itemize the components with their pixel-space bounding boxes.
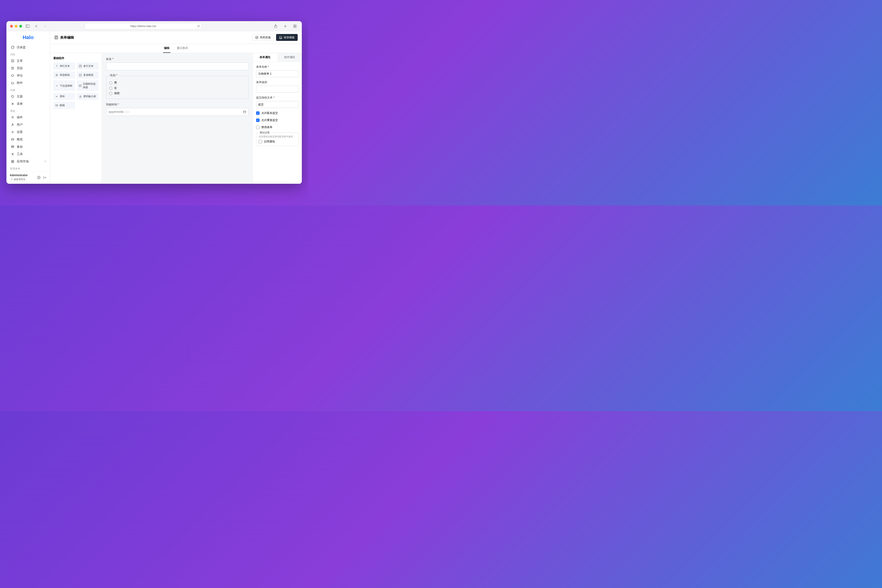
- svg-rect-24: [12, 117, 14, 118]
- page-actions: 关闭页面 保存模板: [252, 34, 298, 41]
- refresh-icon[interactable]: [197, 25, 200, 28]
- nav-label: 用户: [17, 123, 23, 127]
- logout-icon[interactable]: [43, 176, 46, 179]
- prop-label: 表单名称 *: [256, 65, 298, 69]
- radio-option-secret[interactable]: 保密: [109, 91, 246, 96]
- component-password[interactable]: 密码输入框: [77, 93, 99, 100]
- sidebar-item-overview[interactable]: 概览: [6, 136, 50, 143]
- svg-line-11: [13, 46, 14, 47]
- sidebar-item-pages[interactable]: 页面: [6, 64, 50, 72]
- component-slider[interactable]: 滑块: [53, 93, 75, 100]
- sidebar-item-market[interactable]: 应用市场: [6, 158, 50, 165]
- sidebar-item-dashboard[interactable]: 仪表盘: [6, 44, 50, 51]
- submit-text-input[interactable]: [256, 101, 298, 108]
- menu-icon: [11, 102, 15, 106]
- svg-rect-8: [294, 26, 295, 28]
- close-page-button[interactable]: 关闭页面: [252, 34, 274, 41]
- sidebar-item-comments[interactable]: 评论: [6, 72, 50, 79]
- title-text: 表单编辑: [60, 35, 74, 40]
- name-input[interactable]: [106, 63, 249, 70]
- sidebar-item-tools[interactable]: 工具: [6, 150, 50, 158]
- form-desc-input[interactable]: [256, 86, 298, 93]
- tab-edit[interactable]: 编辑: [163, 44, 170, 53]
- check-disable-form[interactable]: 禁用表单: [256, 125, 298, 129]
- url-text: https://demo.halo.run: [130, 25, 156, 28]
- sidebar-item-attachments[interactable]: 附件: [6, 79, 50, 87]
- field-label: 到校时间 *: [106, 103, 249, 106]
- back-icon[interactable]: [33, 23, 39, 29]
- field-arrival[interactable]: 到校时间 *: [106, 103, 249, 116]
- save-icon: [279, 36, 282, 39]
- sidebar-item-theme[interactable]: 主题: [6, 93, 50, 100]
- svg-rect-59: [79, 74, 81, 76]
- check-enable-notify[interactable]: 启用通知: [259, 140, 296, 144]
- main: 表单编辑 关闭页面 保存模板 编辑 显示形式: [50, 31, 302, 184]
- new-tab-icon[interactable]: [282, 23, 288, 29]
- tab-component-attributes[interactable]: 组件属性: [278, 53, 302, 62]
- props-tabs: 表单属性 组件属性: [253, 53, 302, 62]
- field-name[interactable]: 姓名 *: [106, 57, 249, 70]
- svg-point-20: [12, 96, 12, 96]
- radio-icon: [109, 81, 112, 84]
- check-allow-repeat[interactable]: ✓ 允许重复提交: [256, 118, 298, 122]
- textarea-icon: [79, 64, 82, 68]
- sidebar-item-posts[interactable]: 文章: [6, 57, 50, 64]
- sidebar-item-backup[interactable]: 备份: [6, 143, 50, 150]
- forward-icon[interactable]: [42, 23, 48, 29]
- nav-section-appearance: 外观: [6, 87, 50, 93]
- svg-rect-53: [280, 38, 281, 39]
- account-icon[interactable]: [37, 176, 40, 179]
- check-allow-anonymous[interactable]: ✓ 允许匿名提交: [256, 111, 298, 115]
- component-text-multi[interactable]: 多行文本: [77, 63, 99, 70]
- chevron-down-icon: [55, 84, 58, 87]
- overview-icon: [11, 138, 15, 141]
- close-window-icon[interactable]: [10, 25, 13, 28]
- maximize-window-icon[interactable]: [19, 25, 22, 28]
- component-radio[interactable]: 单选框组: [53, 71, 75, 78]
- tab-display[interactable]: 显示形式: [176, 44, 189, 53]
- comment-icon: [11, 74, 15, 77]
- logo[interactable]: Halo: [6, 31, 50, 43]
- nav-label: 附件: [17, 81, 23, 85]
- sidebar-item-users[interactable]: 用户: [6, 121, 50, 128]
- folder-icon: [11, 81, 15, 85]
- radio-option-male[interactable]: 男: [109, 80, 246, 86]
- share-icon[interactable]: [272, 23, 279, 29]
- check-label: 启用通知: [264, 140, 275, 144]
- prop-label: 提交按钮文本 *: [256, 96, 298, 100]
- minimize-window-icon[interactable]: [15, 25, 18, 28]
- app-content: Halo 仪表盘 内容 文章 页面 评论: [6, 31, 302, 184]
- component-datetime[interactable]: 日期时间选择器: [77, 80, 99, 91]
- traffic-lights: [10, 25, 22, 28]
- field-gender[interactable]: 性别 * 男 女 保密: [106, 74, 249, 99]
- prop-form-desc: 表单描述: [256, 80, 298, 93]
- component-text-single[interactable]: T单行文本: [53, 63, 75, 70]
- sidebar-item-settings[interactable]: 设置: [6, 128, 50, 136]
- component-select[interactable]: 下拉选择框: [53, 80, 75, 91]
- save-template-button[interactable]: 保存模板: [276, 34, 298, 41]
- notify-legend: 通知设置: [259, 131, 271, 134]
- svg-rect-17: [12, 75, 14, 76]
- svg-rect-35: [12, 160, 12, 161]
- button-label: 保存模板: [284, 36, 295, 39]
- prop-form-name: 表单名称 *: [256, 65, 298, 77]
- editor-area: 基础组件 T单行文本 多行文本 单选框组 多选框组 下拉选择框 日期时间选择器 …: [50, 53, 302, 184]
- user-small-icon: [11, 178, 13, 180]
- component-checkbox[interactable]: 多选框组: [77, 71, 99, 78]
- page-title: 表单编辑: [54, 35, 74, 40]
- tab-form-attributes[interactable]: 表单属性: [253, 53, 278, 62]
- form-name-input[interactable]: [256, 70, 298, 77]
- sidebar-item-menu[interactable]: 菜单: [6, 100, 50, 108]
- lock-icon: [79, 95, 82, 98]
- sidebar-toggle-icon[interactable]: [24, 23, 31, 29]
- arrival-input[interactable]: [106, 108, 249, 116]
- tabs-overview-icon[interactable]: [292, 23, 298, 29]
- address-bar[interactable]: https://demo.halo.run: [85, 23, 202, 29]
- radio-option-female[interactable]: 女: [109, 86, 246, 91]
- calendar-icon: [79, 84, 81, 87]
- component-email[interactable]: 邮箱: [53, 102, 75, 109]
- svg-rect-60: [79, 85, 81, 87]
- calendar-icon[interactable]: [243, 110, 246, 114]
- sidebar-item-plugins[interactable]: 插件: [6, 114, 50, 121]
- current-user[interactable]: Administrator 超级管理员: [10, 174, 35, 182]
